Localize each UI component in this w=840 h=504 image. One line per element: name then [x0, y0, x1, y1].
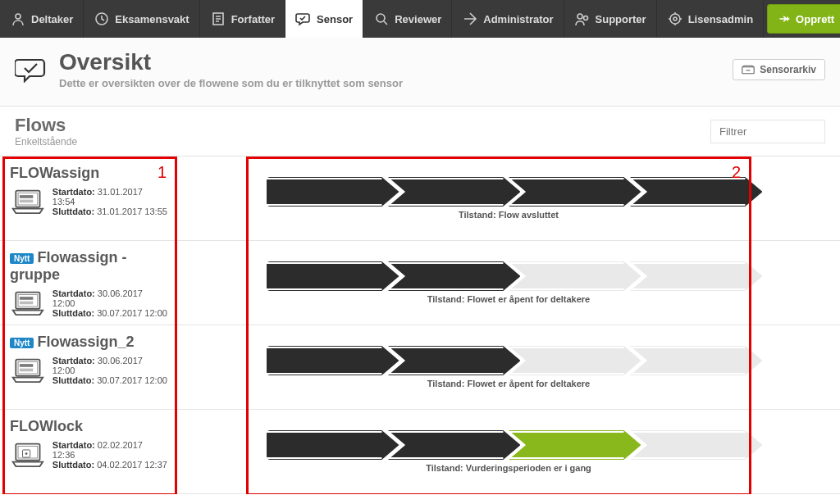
- nav-reviewer[interactable]: Reviewer: [363, 0, 452, 38]
- flows-subtitle: Enkeltstående: [15, 136, 77, 148]
- nav-administrator[interactable]: Administrator: [452, 0, 564, 38]
- laptop-assign-icon: [10, 289, 46, 316]
- progress-arrows: [267, 261, 751, 291]
- supporter-icon: [574, 11, 591, 27]
- start-date: Startdato: 02.02.2017 12:36: [52, 440, 167, 460]
- flow-title: FLOWlock: [10, 418, 83, 434]
- nav-eksamensvakt[interactable]: Eksamensvakt: [84, 0, 199, 38]
- svg-rect-14: [18, 294, 38, 306]
- end-date: Sluttdato: 30.07.2017 12:00: [52, 375, 167, 385]
- svg-point-4: [578, 14, 582, 19]
- svg-point-7: [673, 17, 677, 20]
- sensorarkiv-label: Sensorarkiv: [760, 64, 816, 75]
- top-nav: DeltakerEksamensvaktForfatterSensorRevie…: [0, 0, 840, 38]
- deltaker-icon: [10, 11, 26, 27]
- svg-point-3: [377, 14, 385, 22]
- forfatter-icon: [210, 11, 226, 27]
- start-date: Startdato: 30.06.2017 12:00: [52, 356, 167, 375]
- laptop-assign-icon: [10, 356, 46, 384]
- flow-row[interactable]: NyttFlowassign_2Startdato: 30.06.2017 12…: [0, 325, 840, 410]
- annotation-label: 2: [732, 163, 741, 182]
- plus-arrow-icon: [778, 12, 791, 25]
- flows-heading: Flows: [15, 115, 77, 136]
- svg-point-24: [25, 452, 28, 455]
- end-date: Sluttdato: 04.02.2017 12:37: [52, 460, 167, 470]
- svg-point-0: [16, 14, 21, 19]
- new-badge: Nytt: [10, 253, 34, 264]
- nav-supporter[interactable]: Supporter: [564, 0, 657, 38]
- nav-sensor[interactable]: Sensor: [285, 0, 363, 38]
- lisensadmin-icon: [667, 11, 683, 27]
- laptop-assign-icon: [10, 188, 46, 215]
- svg-rect-16: [20, 302, 33, 305]
- svg-rect-12: [20, 200, 33, 203]
- sensor-icon: [295, 11, 312, 27]
- filter-input[interactable]: [710, 120, 825, 143]
- new-badge: Nytt: [10, 338, 34, 348]
- flow-title: FLOWassign: [10, 165, 99, 181]
- progress-arrows: [267, 430, 751, 460]
- svg-rect-22: [18, 446, 38, 458]
- progress-arrows: [267, 346, 751, 375]
- flow-status: Tilstand: Vurderingsperioden er i gang: [426, 463, 591, 473]
- flow-row[interactable]: FLOWlockStartdato: 02.02.2017 12:36Slutt…: [0, 410, 840, 494]
- flow-status: Tilstand: Flowet er åpent for deltakere: [427, 294, 590, 304]
- archive-icon: [742, 65, 755, 75]
- nav-forfatter[interactable]: Forfatter: [200, 0, 285, 38]
- flow-row[interactable]: FLOWassignStartdato: 31.01.2017 13:54Slu…: [0, 157, 840, 241]
- nav-lisensadmin[interactable]: Lisensadmin: [657, 0, 764, 38]
- start-date: Startdato: 30.06.2017 12:00: [52, 288, 167, 308]
- svg-rect-11: [20, 195, 33, 198]
- laptop-lock-icon: [10, 441, 46, 468]
- speech-check-icon: [15, 57, 48, 83]
- page-subtitle: Dette er oversikten over de flowene som …: [59, 77, 403, 89]
- end-date: Sluttdato: 31.01.2017 13:55: [52, 207, 167, 216]
- progress-arrows: [267, 177, 751, 207]
- svg-rect-20: [20, 369, 33, 372]
- svg-rect-10: [18, 193, 38, 205]
- flows-list: FLOWassignStartdato: 31.01.2017 13:54Slu…: [0, 157, 840, 494]
- flow-title: Flowassign_2: [37, 334, 134, 350]
- annotation-label: 1: [158, 163, 167, 182]
- svg-point-6: [670, 14, 680, 24]
- end-date: Sluttdato: 30.07.2017 12:00: [52, 308, 167, 318]
- flows-subheader: Flows Enkeltstående: [0, 107, 840, 157]
- svg-rect-15: [20, 297, 33, 300]
- nav-deltaker[interactable]: Deltaker: [0, 0, 84, 38]
- svg-rect-18: [18, 361, 38, 374]
- svg-rect-19: [20, 364, 33, 367]
- sensorarkiv-button[interactable]: Sensorarkiv: [733, 59, 825, 80]
- reviewer-icon: [373, 11, 390, 27]
- eksamensvakt-icon: [94, 11, 110, 27]
- flow-status: Tilstand: Flow avsluttet: [459, 210, 559, 220]
- start-date: Startdato: 31.01.2017 13:54: [52, 187, 167, 207]
- flow-row[interactable]: NyttFlowassign - gruppeStartdato: 30.06.…: [0, 241, 840, 325]
- svg-point-5: [583, 16, 587, 20]
- administrator-icon: [462, 11, 478, 27]
- opprett-button[interactable]: Opprett: [767, 4, 840, 34]
- flow-status: Tilstand: Flowet er åpent for deltakere: [427, 379, 590, 388]
- page-header: Oversikt Dette er oversikten over de flo…: [0, 38, 840, 107]
- page-title: Oversikt: [59, 49, 403, 75]
